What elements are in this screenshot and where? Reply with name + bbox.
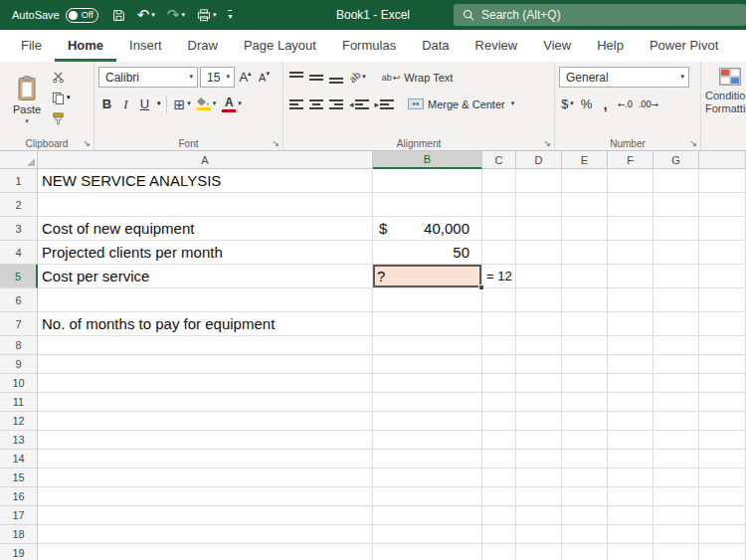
font-dialog-launcher[interactable]: ↘ <box>272 139 280 148</box>
cell-G13[interactable] <box>653 431 699 450</box>
cell-B2[interactable] <box>373 193 482 217</box>
tab-draw[interactable]: Draw <box>175 30 231 62</box>
tab-insert[interactable]: Insert <box>116 30 175 62</box>
cell-E18[interactable] <box>562 525 608 544</box>
cell-D18[interactable] <box>516 525 562 544</box>
cell-B11[interactable] <box>373 393 482 412</box>
orientation-button[interactable]: ab▾ <box>347 67 368 89</box>
cell-A16[interactable] <box>38 487 373 506</box>
cell-A1[interactable]: NEW SERVICE ANALYSIS <box>38 169 373 193</box>
cell-partial-4[interactable] <box>699 241 746 265</box>
decrease-font-size-button[interactable]: A▾ <box>256 67 273 89</box>
cell-D2[interactable] <box>516 193 562 217</box>
column-header-A[interactable]: A <box>38 151 373 169</box>
cell-G2[interactable] <box>653 193 699 217</box>
cell-B12[interactable] <box>373 412 482 431</box>
accounting-format-button[interactable]: $▾ <box>559 93 576 115</box>
cell-partial-16[interactable] <box>699 487 746 506</box>
cell-B16[interactable] <box>373 487 482 506</box>
cell-F14[interactable] <box>608 450 653 468</box>
redo-button[interactable]: ↷▾ <box>161 2 191 28</box>
cell-G11[interactable] <box>653 393 699 412</box>
cell-D10[interactable] <box>516 374 562 393</box>
cell-D3[interactable] <box>516 217 562 241</box>
alignment-dialog-launcher[interactable]: ↘ <box>543 139 551 148</box>
cell-B4[interactable]: 50 <box>373 241 482 265</box>
cell-partial-17[interactable] <box>699 506 746 525</box>
cell-G4[interactable] <box>653 241 699 265</box>
conditional-formatting-button[interactable]: Conditio Formattin <box>705 66 742 115</box>
cell-A19[interactable] <box>38 544 373 560</box>
cell-partial-19[interactable] <box>699 544 746 560</box>
underline-button[interactable]: U <box>136 93 153 115</box>
cell-partial-12[interactable] <box>699 412 746 431</box>
cell-A7[interactable]: No. of months to pay for equipment <box>38 312 373 336</box>
comma-style-button[interactable]: , <box>597 93 614 115</box>
cell-G14[interactable] <box>653 450 699 468</box>
row-header-14[interactable]: 14 <box>0 450 38 468</box>
cell-A3[interactable]: Cost of new equipment <box>38 217 373 241</box>
cell-partial-15[interactable] <box>699 468 746 487</box>
wrap-text-button[interactable]: ab↩ Wrap Text <box>378 67 458 89</box>
cell-E9[interactable] <box>562 355 608 374</box>
customize-quick-access-button[interactable]: ▾ <box>222 2 238 28</box>
cell-E17[interactable] <box>562 506 608 525</box>
cell-A15[interactable] <box>38 468 373 487</box>
underline-options-chevron[interactable]: ▾ <box>157 100 161 107</box>
row-header-16[interactable]: 16 <box>0 487 38 506</box>
cell-C14[interactable] <box>482 450 516 468</box>
tab-formulas[interactable]: Formulas <box>329 30 409 62</box>
cell-partial-10[interactable] <box>699 374 746 393</box>
cell-E19[interactable] <box>562 544 608 560</box>
cell-C18[interactable] <box>482 525 516 544</box>
cell-A4[interactable]: Projected clients per month <box>38 241 373 265</box>
row-header-12[interactable]: 12 <box>0 412 38 431</box>
cut-button[interactable] <box>50 69 73 85</box>
cell-C4[interactable] <box>482 241 516 265</box>
number-format-select[interactable]: General ▾ <box>559 67 689 88</box>
cell-D11[interactable] <box>516 393 562 412</box>
select-all-button[interactable] <box>0 151 38 169</box>
cell-A8[interactable] <box>38 336 373 355</box>
cell-D6[interactable] <box>516 288 562 312</box>
cell-E7[interactable] <box>562 312 608 336</box>
percent-style-button[interactable]: % <box>578 93 595 115</box>
cell-A14[interactable] <box>38 450 373 468</box>
cell-F11[interactable] <box>608 393 653 412</box>
merge-center-button[interactable]: ↔ Merge & Center ▾ <box>404 93 518 115</box>
search-box[interactable]: Search (Alt+Q) <box>454 4 746 26</box>
cell-C19[interactable] <box>482 544 516 560</box>
cell-B13[interactable] <box>373 431 482 450</box>
cell-B5[interactable]: ? <box>373 265 482 288</box>
row-header-6[interactable]: 6 <box>0 288 38 312</box>
cell-C5[interactable]: = 12 <box>482 265 516 288</box>
cell-F19[interactable] <box>608 544 653 560</box>
cell-C15[interactable] <box>482 468 516 487</box>
cell-E14[interactable] <box>562 450 608 468</box>
font-size-select[interactable]: 15 ▾ <box>200 67 235 88</box>
bold-button[interactable]: B <box>98 93 115 115</box>
cell-D4[interactable] <box>516 241 562 265</box>
cell-G12[interactable] <box>653 412 699 431</box>
quick-print-button[interactable]: ▾ <box>191 2 223 28</box>
save-button[interactable] <box>106 2 131 28</box>
cell-A5[interactable]: Cost per service <box>38 265 373 288</box>
tab-view[interactable]: View <box>530 30 584 62</box>
cell-B18[interactable] <box>373 525 482 544</box>
cell-B15[interactable] <box>373 468 482 487</box>
autosave-control[interactable]: AutoSave Off <box>0 8 106 23</box>
cell-E2[interactable] <box>562 193 608 217</box>
cell-D9[interactable] <box>516 355 562 374</box>
increase-font-size-button[interactable]: A▴ <box>237 67 254 89</box>
cell-E13[interactable] <box>562 431 608 450</box>
increase-indent-button[interactable]: ▸ <box>373 93 397 115</box>
cell-G8[interactable] <box>653 336 699 355</box>
cell-G9[interactable] <box>653 355 699 374</box>
cell-G16[interactable] <box>653 487 699 506</box>
decrease-decimal-button[interactable]: .00→ <box>637 93 660 115</box>
cell-C1[interactable] <box>482 169 516 193</box>
cell-partial-18[interactable] <box>699 525 746 544</box>
paste-button[interactable]: Paste ▾ <box>4 66 50 134</box>
cell-G7[interactable] <box>653 312 699 336</box>
cell-partial-8[interactable] <box>699 336 746 355</box>
